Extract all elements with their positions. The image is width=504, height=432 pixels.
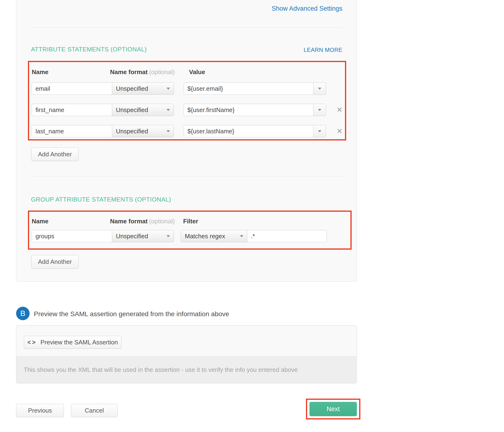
divider xyxy=(31,176,342,177)
attribute-statements-title: ATTRIBUTE STATEMENTS (OPTIONAL) xyxy=(31,46,147,53)
next-button-annotation-box: Next xyxy=(306,399,360,419)
column-header-name: Name xyxy=(32,218,48,225)
attr-value-combo xyxy=(184,125,326,137)
attr-name-input[interactable] xyxy=(32,125,112,137)
attribute-statements-annotation-box: Name Name format(optional) Value Unspeci… xyxy=(28,61,346,141)
remove-row-button[interactable]: ✕ xyxy=(335,126,344,136)
cancel-button[interactable]: Cancel xyxy=(71,404,117,417)
filter-value-input[interactable] xyxy=(247,230,327,242)
page: Show Advanced Settings ATTRIBUTE STATEME… xyxy=(0,0,504,432)
add-another-button[interactable]: Add Another xyxy=(31,148,79,161)
chevron-down-icon xyxy=(167,109,170,111)
next-button[interactable]: Next xyxy=(309,402,357,416)
attr-value-dropdown-button[interactable] xyxy=(313,82,326,95)
attr-value-input[interactable] xyxy=(184,104,314,116)
close-icon: ✕ xyxy=(336,127,342,135)
attr-value-input[interactable] xyxy=(184,125,314,137)
attr-name-input[interactable] xyxy=(32,82,112,95)
preview-saml-button[interactable]: <> Preview the SAML Assertion xyxy=(24,336,121,349)
column-header-name: Name xyxy=(32,68,48,76)
group-attribute-row: Unspecified Matches regex xyxy=(32,230,348,242)
preview-section-heading: Preview the SAML assertion generated fro… xyxy=(34,310,229,318)
attr-name-format-select[interactable]: Unspecified xyxy=(112,125,174,137)
attr-value-combo xyxy=(184,82,326,95)
preview-saml-button-label: Preview the SAML Assertion xyxy=(40,339,118,346)
group-attribute-statements-annotation-box: Name Name format(optional) Filter Unspec… xyxy=(28,211,352,250)
column-header-name-format: Name format(optional) xyxy=(110,68,175,76)
remove-row-button[interactable]: ✕ xyxy=(335,105,344,115)
optional-hint: (optional) xyxy=(149,68,175,75)
chevron-down-icon xyxy=(318,130,321,132)
close-icon: ✕ xyxy=(336,106,342,114)
select-value: Unspecified xyxy=(116,233,148,240)
filter-type-select[interactable]: Matches regex xyxy=(181,230,247,242)
select-value: Unspecified xyxy=(116,106,148,114)
chevron-down-icon xyxy=(240,235,243,237)
preview-note: This shows you the XML that will be used… xyxy=(16,356,357,383)
column-header-filter: Filter xyxy=(183,218,198,225)
attribute-row: Unspecified ✕ xyxy=(32,104,342,116)
chevron-down-icon xyxy=(167,130,170,132)
chevron-down-icon xyxy=(318,88,321,90)
chevron-down-icon xyxy=(167,235,170,237)
column-header-name-format-label: Name format xyxy=(110,68,148,75)
attr-name-input[interactable] xyxy=(32,104,112,116)
attr-value-combo xyxy=(184,104,326,116)
column-header-value: Value xyxy=(189,68,205,76)
attribute-row: Unspecified xyxy=(32,82,342,95)
chevron-down-icon xyxy=(167,88,170,90)
group-filter-combo: Matches regex xyxy=(181,230,327,242)
show-advanced-settings-link[interactable]: Show Advanced Settings xyxy=(272,5,342,12)
column-header-name-format: Name format(optional) xyxy=(110,218,175,225)
attr-value-input[interactable] xyxy=(184,82,314,95)
attr-value-dropdown-button[interactable] xyxy=(313,104,326,116)
attr-name-format-select[interactable]: Unspecified xyxy=(112,104,174,116)
group-name-format-select[interactable]: Unspecified xyxy=(112,230,174,242)
group-attribute-statements-title: GROUP ATTRIBUTE STATEMENTS (OPTIONAL) xyxy=(31,196,171,203)
attr-value-dropdown-button[interactable] xyxy=(313,125,326,137)
code-brackets-icon: <> xyxy=(27,339,37,346)
group-name-input[interactable] xyxy=(32,230,112,242)
add-another-button[interactable]: Add Another xyxy=(31,255,79,269)
learn-more-link[interactable]: LEARN MORE xyxy=(304,47,342,53)
previous-button[interactable]: Previous xyxy=(16,404,64,417)
saml-settings-panel: Show Advanced Settings ATTRIBUTE STATEME… xyxy=(16,0,357,282)
chevron-down-icon xyxy=(318,109,321,111)
preview-assertion-panel: <> Preview the SAML Assertion This shows… xyxy=(16,325,357,384)
select-value: Matches regex xyxy=(185,233,225,240)
select-value: Unspecified xyxy=(116,128,148,135)
attribute-row: Unspecified ✕ xyxy=(32,125,342,137)
column-header-name-format-label: Name format xyxy=(110,218,148,225)
attr-name-format-select[interactable]: Unspecified xyxy=(112,82,174,95)
step-b-badge: B xyxy=(16,307,30,320)
optional-hint: (optional) xyxy=(149,218,175,225)
divider xyxy=(31,28,342,28)
select-value: Unspecified xyxy=(116,85,148,92)
